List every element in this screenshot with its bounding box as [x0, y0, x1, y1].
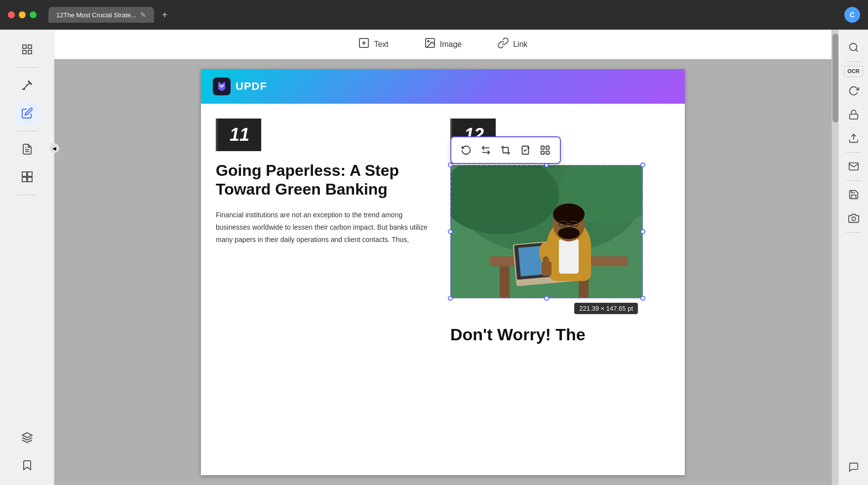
pdf-page: UPDF 11 Going Paperless: A Step Toward G… [201, 69, 685, 475]
svg-rect-3 [28, 50, 32, 54]
sidebar-item-layers[interactable] [15, 426, 39, 449]
titlebar: 12The Most Crucial Strate... ✎ + C [0, 0, 868, 30]
toolbar: Text Image [54, 30, 831, 59]
ocr-button[interactable]: OCR [844, 66, 863, 77]
right-panel-divider-4 [846, 232, 861, 233]
svg-rect-10 [28, 177, 32, 182]
svg-point-33 [553, 203, 585, 225]
rotate-left-button[interactable] [457, 141, 475, 159]
sidebar-divider-1 [17, 67, 37, 68]
user-avatar[interactable]: C [844, 7, 860, 23]
svg-rect-4 [22, 88, 25, 90]
article-11-title: Going Paperless: A Step Toward Green Ban… [216, 161, 435, 199]
sidebar-item-pages[interactable] [15, 38, 39, 61]
image-wrapper: 221.39 × 147.65 pt [450, 165, 643, 298]
link-tool-icon [497, 37, 509, 51]
right-panel-divider-2 [846, 152, 861, 153]
replace-button[interactable] [516, 141, 534, 159]
minimize-button[interactable] [19, 11, 26, 18]
svg-rect-1 [28, 45, 32, 48]
svg-point-34 [558, 227, 580, 239]
link-tool-button[interactable]: Link [491, 33, 533, 55]
tab-container: 12The Most Crucial Strate... ✎ + [48, 7, 172, 23]
text-tool-icon [358, 37, 370, 51]
svg-rect-8 [28, 172, 32, 176]
image-tool-button[interactable]: Image [418, 33, 468, 55]
scrollbar-thumb[interactable] [832, 34, 838, 122]
flip-button[interactable] [477, 141, 495, 159]
svg-point-14 [428, 40, 429, 42]
svg-rect-2 [23, 50, 26, 54]
refresh-icon[interactable] [844, 81, 864, 101]
svg-rect-16 [546, 146, 549, 149]
email-icon[interactable] [844, 157, 864, 176]
dimension-tooltip: 221.39 × 147.65 pt [574, 303, 638, 314]
left-sidebar: ◀ [0, 30, 54, 485]
svg-marker-11 [22, 433, 32, 438]
image-tool-label: Image [440, 40, 462, 49]
sidebar-item-stamp[interactable] [15, 165, 39, 189]
svg-rect-15 [541, 146, 544, 149]
close-button[interactable] [8, 11, 15, 18]
link-tool-label: Link [513, 40, 527, 49]
selected-image-container[interactable]: 221.39 × 147.65 pt [450, 165, 670, 300]
crop-button[interactable] [497, 141, 514, 159]
search-icon[interactable] [844, 38, 864, 57]
updf-logo: UPDF [213, 78, 267, 95]
main-layout: ◀ [0, 30, 868, 485]
svg-rect-24 [500, 266, 510, 298]
text-tool-label: Text [374, 40, 388, 49]
handle-middle-right[interactable] [640, 229, 645, 234]
sidebar-divider-2 [17, 131, 37, 131]
svg-rect-7 [22, 172, 27, 176]
traffic-lights [8, 11, 37, 18]
svg-rect-18 [546, 151, 549, 154]
svg-rect-42 [849, 114, 858, 119]
lock-icon[interactable] [844, 105, 864, 124]
svg-rect-17 [541, 151, 544, 154]
handle-bottom-right[interactable] [640, 296, 645, 301]
handle-top-right[interactable] [640, 162, 645, 167]
image-tool-icon [424, 37, 436, 51]
new-tab-button[interactable]: + [158, 7, 172, 23]
sidebar-divider-3 [17, 195, 37, 195]
sidebar-collapse-button[interactable]: ◀ [49, 143, 59, 153]
content-area: Text Image [54, 30, 831, 485]
save-icon[interactable] [844, 185, 864, 204]
sidebar-bottom [15, 426, 39, 477]
pdf-header: UPDF [201, 69, 685, 104]
more-options-button[interactable] [536, 141, 554, 159]
article-12-column: 12 [450, 119, 670, 344]
handle-bottom-left[interactable] [448, 296, 453, 301]
svg-point-41 [849, 43, 857, 51]
tab-edit-icon[interactable]: ✎ [140, 11, 146, 19]
snapshot-icon[interactable] [844, 208, 864, 228]
comment-icon[interactable] [844, 457, 864, 477]
svg-point-44 [852, 217, 855, 220]
right-panel-divider-3 [846, 180, 861, 181]
active-tab[interactable]: 12The Most Crucial Strate... ✎ [48, 7, 154, 23]
article-11-body: Financial institutions are not an except… [216, 209, 435, 246]
updf-logo-text: UPDF [236, 80, 267, 93]
handle-middle-left[interactable] [448, 229, 453, 234]
article-image[interactable] [450, 165, 643, 298]
updf-logo-icon [213, 78, 231, 95]
pdf-content: 11 Going Paperless: A Step Toward Green … [201, 104, 685, 359]
sidebar-item-edit[interactable] [15, 101, 39, 125]
text-tool-button[interactable]: Text [352, 33, 394, 55]
sidebar-item-organize[interactable] [15, 137, 39, 161]
svg-rect-0 [23, 45, 26, 48]
article-12-dont-worry: Don't Worry! The [450, 325, 670, 344]
tab-title: 12The Most Crucial Strate... [56, 11, 136, 19]
svg-rect-9 [22, 177, 27, 182]
article-11-column: 11 Going Paperless: A Step Toward Green … [216, 119, 435, 344]
scrollbar-track [831, 30, 838, 485]
sidebar-item-bookmark[interactable] [15, 453, 39, 477]
export-icon[interactable] [844, 128, 864, 148]
image-toolbar [450, 136, 561, 164]
pdf-area[interactable]: UPDF 11 Going Paperless: A Step Toward G… [54, 59, 831, 485]
maximize-button[interactable] [30, 11, 37, 18]
sidebar-item-annotate[interactable] [15, 74, 39, 97]
right-panel-divider-1 [846, 61, 861, 62]
handle-bottom-middle[interactable] [544, 296, 549, 301]
